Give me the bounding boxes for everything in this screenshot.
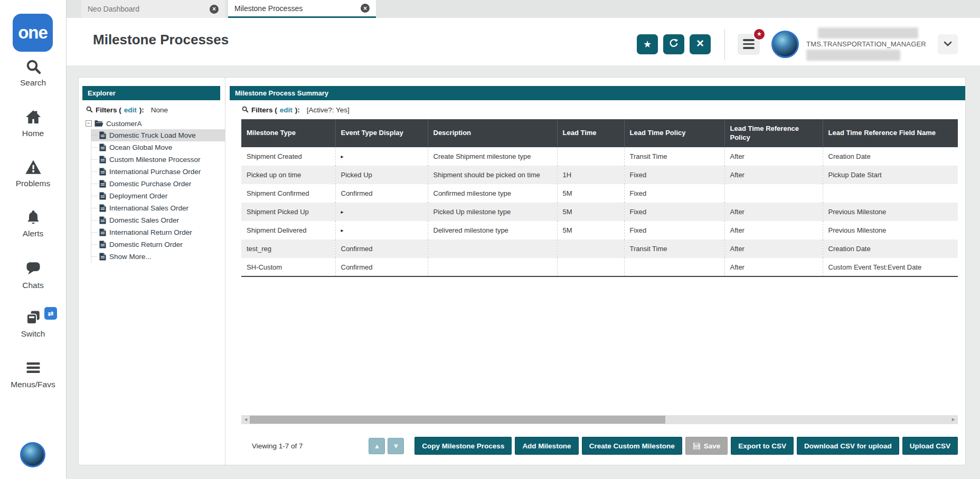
tree-item-domestic-purchase-order[interactable]: Domestic Purchase Order — [91, 178, 225, 190]
col-description[interactable]: Description — [428, 119, 557, 147]
table-row-picked-up-on-time: Picked up on timePicked UpShipment shoul… — [241, 166, 958, 184]
explorer-filters: Filters (edit): None — [86, 106, 225, 114]
table-header: Milestone Type Event Type Display Descri… — [241, 119, 958, 147]
cell-event-type-display: Confirmed — [335, 240, 428, 258]
upload-csv-button[interactable]: Upload CSV — [902, 437, 958, 455]
cell-lead-time-reference-policy: After — [724, 240, 823, 258]
explorer-header: Explorer — [82, 86, 220, 100]
cell-lead-time-reference-policy: After — [724, 258, 823, 276]
tree-item-show-more[interactable]: Show More... — [91, 251, 225, 263]
cell-milestone-type[interactable]: Shipment Picked Up — [241, 203, 335, 221]
cell-milestone-type[interactable]: Shipment Delivered — [241, 221, 335, 240]
tree-item-international-sales-order[interactable]: International Sales Order — [91, 202, 225, 214]
scroll-right-icon[interactable]: ► — [951, 415, 956, 424]
sidebar-user-avatar[interactable] — [20, 442, 45, 467]
up-arrow-icon: ▲ — [373, 442, 380, 450]
horizontal-scrollbar[interactable]: ◄ ► — [241, 415, 958, 424]
cell-lead-time-policy — [624, 258, 724, 276]
filters-edit-link[interactable]: edit — [124, 106, 137, 114]
cell-lead-time: 5M — [557, 221, 624, 240]
sidebar-item-search[interactable]: Search — [0, 58, 66, 88]
col-lead-time[interactable]: Lead Time — [557, 119, 624, 147]
cell-lead-time: 5M — [557, 184, 624, 203]
tree-item-custom-milestone-processor[interactable]: Custom Milestone Processor — [91, 154, 225, 166]
close-icon: × — [696, 36, 704, 51]
sidebar-item-menus-favs[interactable]: Menus/Favs — [0, 360, 66, 389]
tree-root-customera[interactable]: − CustomerA — [86, 118, 225, 129]
sidebar-label: Alerts — [0, 229, 66, 238]
col-lead-time-reference-field-name[interactable]: Lead Time Reference Field Name — [823, 119, 958, 147]
col-milestone-type[interactable]: Milestone Type — [241, 119, 335, 147]
expand-arrow-icon[interactable]: ▸ — [341, 154, 344, 159]
scroll-left-icon[interactable]: ◄ — [243, 415, 248, 424]
header-actions: ★ × ★ TMS.TRANSPORTATION_MANAGER — [632, 27, 958, 61]
tree-item-label: Domestic Return Order — [109, 241, 183, 248]
tree-item-international-return-order[interactable]: International Return Order — [91, 226, 225, 238]
col-lead-time-reference-policy[interactable]: Lead Time Reference Policy — [724, 119, 823, 147]
collapse-icon[interactable]: − — [86, 120, 92, 127]
filters-value: None — [151, 106, 168, 114]
one-logo[interactable]: one — [13, 14, 53, 52]
cell-milestone-type[interactable]: test_reg — [241, 240, 335, 258]
scrollbar-thumb[interactable] — [250, 416, 665, 424]
document-icon — [99, 143, 106, 151]
download-csv-for-upload-button[interactable]: Download CSV for upload — [797, 437, 899, 455]
tab-milestone-processes[interactable]: Milestone Processes × — [228, 0, 376, 18]
col-lead-time-policy[interactable]: Lead Time Policy — [624, 119, 724, 147]
filters-edit-link[interactable]: edit — [280, 106, 293, 114]
user-role: TMS.TRANSPORTATION_MANAGER — [806, 40, 930, 48]
button-label: Export to CSV — [738, 442, 786, 450]
sidebar-item-chats[interactable]: Chats — [0, 261, 66, 290]
copy-milestone-process-button[interactable]: Copy Milestone Process — [414, 437, 512, 455]
document-icon — [99, 192, 106, 200]
page-title: Milestone Processes — [93, 32, 229, 48]
filters-label-suffix: ): — [139, 106, 144, 114]
sidebar-item-alerts[interactable]: Alerts — [0, 209, 66, 238]
tree-item-domestic-sales-order[interactable]: Domestic Sales Order — [91, 214, 225, 226]
sidebar-item-problems[interactable]: Problems — [0, 159, 66, 188]
tab-neo-dashboard[interactable]: Neo Dashboard × — [81, 0, 225, 18]
tree-item-domestic-truck-load-move[interactable]: Domestic Truck Load Move — [91, 129, 225, 141]
document-icon — [99, 241, 106, 248]
cell-lead-time-reference-field-name: Pickup Date Start — [823, 166, 958, 184]
expand-arrow-icon[interactable]: ▸ — [341, 209, 344, 215]
sidebar-label: Search — [0, 78, 66, 88]
user-avatar[interactable] — [771, 31, 799, 58]
cell-lead-time — [557, 240, 624, 258]
create-custom-milestone-button[interactable]: Create Custom Milestone — [582, 437, 682, 455]
expand-arrow-icon[interactable]: ▸ — [341, 227, 344, 233]
tree-item-label: Domestic Purchase Order — [109, 180, 191, 188]
tree-item-international-purchase-order[interactable]: International Purchase Order — [91, 166, 225, 178]
cell-milestone-type[interactable]: SH-Custom — [241, 258, 335, 276]
document-icon — [99, 204, 106, 212]
cell-milestone-type[interactable]: Shipment Created — [241, 147, 335, 166]
col-event-type-display[interactable]: Event Type Display — [335, 119, 428, 147]
sidebar-item-home[interactable]: Home — [0, 109, 66, 138]
add-milestone-button[interactable]: Add Milestone — [515, 437, 578, 455]
document-icon — [99, 168, 106, 176]
close-tab-icon[interactable]: × — [210, 5, 219, 14]
page-up-button[interactable]: ▲ — [369, 438, 385, 454]
chat-bubble-icon — [0, 261, 66, 280]
favorite-button[interactable]: ★ — [637, 34, 658, 54]
user-menu-chevron-button[interactable] — [938, 34, 958, 54]
tree-item-ocean-global-move[interactable]: Ocean Global Move — [91, 141, 225, 154]
cell-milestone-type[interactable]: Shipment Confirmed — [241, 184, 335, 203]
export-to-csv-button[interactable]: Export to CSV — [731, 437, 794, 455]
page-header: Milestone Processes ★ × ★ TMS — [67, 18, 980, 65]
sidebar-item-switch[interactable]: Switch ⇄ — [0, 309, 66, 339]
tree-item-label: International Sales Order — [109, 204, 189, 212]
refresh-button[interactable] — [663, 34, 684, 54]
cell-milestone-type[interactable]: Picked up on time — [241, 166, 335, 184]
magnifier-icon — [241, 106, 249, 114]
document-icon — [99, 216, 106, 224]
cell-description — [428, 258, 557, 276]
switch-swap-badge-icon[interactable]: ⇄ — [44, 307, 57, 320]
save-button[interactable]: Save — [685, 437, 728, 455]
button-label: Create Custom Milestone — [589, 442, 675, 450]
close-page-button[interactable]: × — [690, 34, 711, 54]
close-tab-icon[interactable]: × — [361, 4, 370, 13]
page-down-button[interactable]: ▼ — [388, 438, 404, 454]
tree-item-deployment-order[interactable]: Deployment Order — [91, 190, 225, 202]
tree-item-domestic-return-order[interactable]: Domestic Return Order — [91, 238, 225, 251]
